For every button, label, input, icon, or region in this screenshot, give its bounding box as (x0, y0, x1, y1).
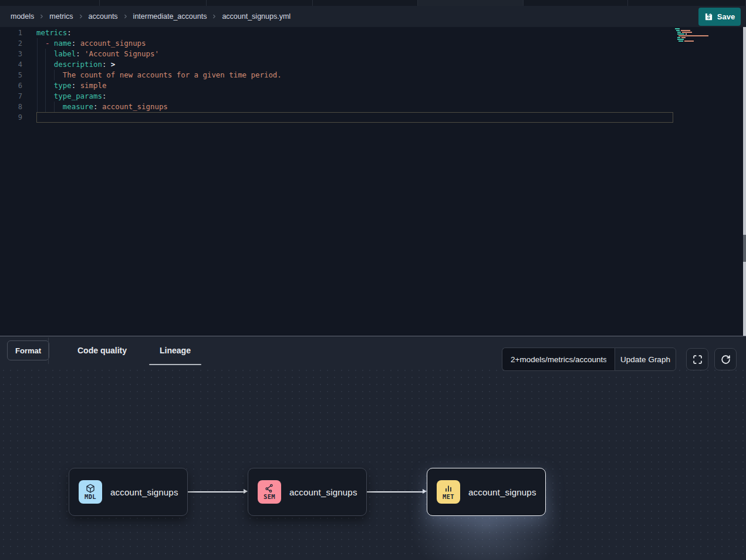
lineage-node-mdl[interactable]: MDLaccount_signups (69, 468, 188, 516)
code-line[interactable]: description: > (36, 59, 115, 70)
code-line[interactable]: measure: account_signups (36, 102, 168, 112)
breadcrumb-item[interactable]: account_signups.yml (222, 12, 291, 21)
bottom-panel: Format Code qualityLineage MDLaccount_si… (0, 336, 746, 560)
code-token: account_signups (102, 102, 168, 111)
minimap[interactable] (675, 28, 741, 42)
top-tab-segment[interactable] (628, 0, 746, 6)
breadcrumb-items: modelsmetricsaccountsintermediate_accoun… (11, 12, 291, 21)
code-line[interactable]: label: 'Account Signups' (36, 49, 159, 59)
tab-lineage[interactable]: Lineage (143, 336, 207, 365)
node-type-code: SEM (264, 494, 275, 500)
top-tab-segment[interactable] (100, 0, 207, 6)
code-token: : (102, 92, 106, 100)
editor-scrollbar-thumb[interactable] (743, 235, 746, 262)
code-token (76, 39, 80, 48)
lineage-edge-arrowhead (423, 489, 427, 494)
minimap-row (679, 41, 741, 42)
code-editor[interactable]: 1metrics:2 - name: account_signups3 labe… (0, 27, 746, 336)
code-line[interactable]: The count of new accounts for a given ti… (36, 70, 282, 80)
refresh-graph-button[interactable] (714, 348, 737, 370)
indent-guide (45, 59, 46, 70)
node-type-badge: MET (437, 480, 460, 504)
ide-window: modelsmetricsaccountsintermediate_accoun… (0, 0, 746, 560)
active-tab-underline (149, 364, 201, 366)
indent-guide (45, 102, 46, 112)
code-token: > (111, 60, 115, 69)
breadcrumb-item[interactable]: intermediate_accounts (133, 12, 207, 21)
minimap-row (677, 37, 741, 38)
node-label: account_signups (289, 487, 357, 497)
code-line[interactable]: type: simple (36, 80, 106, 91)
top-tab-segment[interactable] (524, 0, 628, 6)
top-tab-segment[interactable] (418, 0, 524, 6)
top-tab-segment[interactable] (207, 0, 313, 6)
update-graph-button[interactable]: Update Graph (615, 348, 676, 371)
breadcrumb: modelsmetricsaccountsintermediate_accoun… (0, 6, 746, 27)
top-tab-segment[interactable] (313, 0, 418, 6)
indent-guide (54, 102, 55, 112)
code-token: type (54, 81, 72, 90)
breadcrumb-item[interactable]: models (11, 12, 34, 21)
save-button[interactable]: Save (698, 8, 741, 26)
save-button-label: Save (717, 12, 735, 21)
code-token: : (76, 49, 80, 58)
lineage-node-met[interactable]: METaccount_signups (427, 468, 546, 516)
chevron-right-icon (39, 14, 45, 19)
indent-guide (54, 70, 55, 80)
indent-guide (37, 91, 38, 102)
code-line[interactable]: type_params: (36, 91, 106, 102)
fullscreen-button[interactable] (686, 348, 708, 370)
line-number: 9 (5, 112, 22, 123)
code-token: 'Account Signups' (85, 49, 159, 58)
indent-guide (37, 59, 38, 70)
code-token (106, 60, 110, 69)
top-tab-segment[interactable] (0, 0, 100, 6)
code-line[interactable]: metrics: (36, 28, 72, 38)
indent-guide (45, 49, 46, 59)
code-token (36, 39, 45, 48)
line-number: 3 (5, 49, 22, 59)
chevron-right-icon (78, 14, 84, 19)
lineage-edge (367, 491, 423, 492)
code-token (76, 81, 80, 90)
code-token (97, 102, 102, 111)
lineage-node-sem[interactable]: SEMaccount_signups (248, 468, 367, 516)
node-label: account_signups (468, 487, 536, 497)
minimap-row (676, 30, 741, 31)
lineage-graph-canvas[interactable]: MDLaccount_signupsSEMaccount_signupsMETa… (0, 367, 746, 560)
indent-guide (37, 80, 38, 91)
minimap-row (677, 33, 741, 35)
code-token: The count of new accounts for a given ti… (63, 70, 282, 79)
code-token: account_signups (80, 39, 146, 48)
line-number: 6 (5, 80, 22, 91)
code-token: - (45, 39, 54, 48)
code-token (80, 49, 85, 58)
model-cube-icon (86, 484, 95, 493)
line-number: 8 (5, 102, 22, 112)
minimap-row (677, 39, 741, 40)
panel-tab-bar: Code qualityLineage (61, 336, 207, 365)
code-line[interactable]: - name: account_signups (36, 38, 146, 49)
line-number: 7 (5, 91, 22, 102)
breadcrumb-item[interactable]: metrics (49, 12, 73, 21)
minimap-row (677, 32, 741, 33)
indent-guide (37, 70, 38, 80)
code-token (36, 102, 63, 111)
fullscreen-icon (693, 355, 703, 365)
node-type-badge: SEM (258, 480, 281, 504)
line-number: 5 (5, 70, 22, 80)
format-button[interactable]: Format (7, 340, 49, 360)
code-token: : (67, 28, 71, 37)
tab-code-quality[interactable]: Code quality (61, 336, 143, 365)
active-line-highlight (36, 112, 673, 123)
minimap-row (675, 28, 741, 29)
code-token: simple (80, 81, 107, 90)
node-type-badge: MDL (79, 480, 102, 504)
code-token (36, 70, 63, 79)
chevron-right-icon (123, 14, 129, 19)
graph-selector-input[interactable] (502, 348, 615, 371)
editor-scrollbar[interactable] (743, 27, 746, 336)
indent-guide (45, 91, 46, 102)
lineage-edge (188, 491, 244, 492)
breadcrumb-item[interactable]: accounts (89, 12, 118, 21)
